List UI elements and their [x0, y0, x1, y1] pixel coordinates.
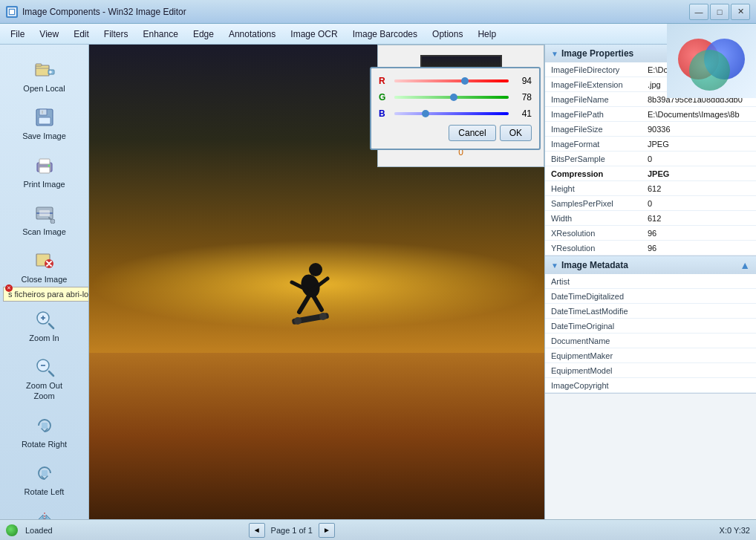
g-slider-thumb[interactable]: [450, 94, 457, 101]
svg-line-32: [314, 297, 322, 310]
scan-image-button[interactable]: Scan Image: [3, 197, 85, 241]
prop-name-imagefiledirectory: ImageFileDirectory: [551, 65, 648, 74]
r-slider-row: R 94: [379, 76, 532, 86]
status-indicator: [6, 524, 18, 536]
image-metadata-arrow: ▼: [551, 261, 558, 270]
menu-edit[interactable]: Edit: [66, 27, 97, 42]
title-bar: Image Components - Win32 Image Editor — …: [0, 0, 756, 24]
menu-help[interactable]: Help: [470, 27, 504, 42]
prop-equipmentmodel: EquipmentModel: [545, 363, 756, 378]
r-slider[interactable]: [394, 79, 509, 82]
metadata-scroll-up[interactable]: ▲: [740, 259, 750, 271]
save-image-button[interactable]: Save Image: [3, 101, 85, 146]
rotate-right-label: Rotate Right: [22, 439, 67, 449]
menu-imagebarcodes[interactable]: Image Barcodes: [345, 27, 425, 42]
flip-rotation-button[interactable]: Flip Rotation: [3, 504, 85, 519]
r-label: R: [379, 76, 390, 86]
prop-name-yresolution: YResolution: [551, 244, 648, 253]
ok-button[interactable]: OK: [500, 125, 532, 141]
zoom-out-icon: [33, 355, 56, 379]
g-slider[interactable]: [394, 96, 509, 99]
close-button[interactable]: ✕: [731, 4, 750, 20]
prop-name-documentname: DocumentName: [551, 336, 648, 345]
b-slider[interactable]: [394, 112, 509, 115]
tooltip-text: s ficheiros para abri-los: [8, 290, 89, 299]
prop-documentname: DocumentName: [545, 334, 756, 348]
prop-value-imagefilepath: E:\Documents\Images\8b: [648, 110, 750, 119]
prop-name-datetimedigitalized: DateTimeDigitalized: [551, 292, 648, 301]
menu-file[interactable]: File: [3, 27, 32, 42]
prop-name-equipmentmodel: EquipmentModel: [551, 366, 648, 375]
prop-name-datetimelastmodifie: DateTimeLastModifie: [551, 307, 648, 316]
prop-name-width: Width: [551, 214, 648, 223]
menu-edge[interactable]: Edge: [186, 27, 221, 42]
close-image-icon: [33, 249, 56, 273]
prev-page-button[interactable]: ◄: [249, 523, 265, 538]
zoom-out-button[interactable]: Zoom Out Zoom: [3, 351, 85, 406]
g-label: G: [379, 92, 390, 103]
menu-annotations[interactable]: Annotations: [221, 27, 283, 42]
menu-enhance[interactable]: Enhance: [136, 27, 186, 42]
b-value: 41: [513, 108, 532, 119]
prop-value-bitspersample: 0: [648, 154, 750, 163]
prop-value-yresolution: 96: [648, 244, 750, 253]
prop-imagefilepath: ImageFilePath E:\Documents\Images\8b: [545, 107, 756, 122]
prop-name-xresolution: XResolution: [551, 229, 648, 238]
zoom-in-button[interactable]: Zoom In: [3, 303, 85, 348]
svg-rect-15: [39, 210, 50, 216]
prop-datetimedigitalized: DateTimeDigitalized: [545, 289, 756, 304]
b-slider-thumb[interactable]: [422, 110, 429, 117]
prop-name-imagefilesize: ImageFileSize: [551, 125, 648, 134]
prop-name-compression: Compression: [551, 169, 648, 178]
prop-datetimeoriginal: DateTimeOriginal: [545, 319, 756, 334]
prop-value-imagefilesize: 90336: [648, 125, 750, 134]
prop-value-imageformat: JPEG: [648, 140, 750, 149]
prop-name-height: Height: [551, 184, 648, 193]
image-metadata-title: Image Metadata: [561, 260, 628, 270]
menu-view[interactable]: View: [32, 27, 66, 42]
water-reflection: [89, 353, 544, 519]
prop-width: Width 612: [545, 211, 756, 226]
open-local-button[interactable]: Open Local: [3, 53, 85, 98]
image-metadata-header[interactable]: ▼ Image Metadata ▲: [545, 256, 756, 274]
prop-equipmentmaker: EquipmentMaker: [545, 348, 756, 363]
svg-rect-1: [10, 10, 14, 14]
status-text: Loaded: [25, 526, 53, 535]
prop-name-imagefileextension: ImageFileExtension: [551, 80, 648, 89]
menu-options[interactable]: Options: [425, 27, 470, 42]
prop-name-imagefilepath: ImageFilePath: [551, 110, 648, 119]
svg-rect-6: [39, 109, 47, 115]
menu-filters[interactable]: Filters: [97, 27, 136, 42]
svg-rect-7: [39, 117, 50, 124]
app-icon: [6, 6, 18, 18]
cancel-button[interactable]: Cancel: [449, 125, 495, 141]
prop-bitspersample: BitsPerSample 0: [545, 152, 756, 166]
g-slider-row: G 78: [379, 92, 532, 103]
scan-image-icon: [33, 201, 56, 225]
print-image-button[interactable]: Print Image: [3, 149, 85, 194]
next-page-button[interactable]: ►: [319, 523, 335, 538]
image-properties-arrow: ▼: [551, 50, 558, 58]
rotate-right-button[interactable]: Rotate Right: [3, 409, 85, 454]
prop-samplesperpixel: SamplesPerPixel 0: [545, 196, 756, 211]
rotate-left-button[interactable]: Rotate Left: [3, 457, 85, 501]
minimize-button[interactable]: —: [689, 4, 708, 20]
r-slider-thumb[interactable]: [461, 77, 469, 85]
tooltip-close-icon: ✕: [5, 284, 13, 292]
g-value: 78: [513, 92, 532, 103]
open-local-icon: [33, 58, 56, 82]
prop-name-samplesperpixel: SamplesPerPixel: [551, 199, 648, 208]
maximize-button[interactable]: □: [710, 4, 729, 20]
menu-imageocr[interactable]: Image OCR: [283, 27, 345, 42]
logo-circle-green: [689, 50, 730, 91]
prop-name-imagefilename: ImageFileName: [551, 95, 648, 104]
svg-point-34: [294, 317, 302, 325]
b-slider-row: B 41: [379, 108, 532, 119]
canvas-area[interactable]: R 94 G 78 B: [89, 45, 544, 519]
svg-point-16: [50, 219, 55, 224]
skater-silhouette: [262, 249, 351, 353]
print-image-icon: [33, 154, 56, 178]
prop-imagecopyright: ImageCopyright: [545, 378, 756, 393]
window-controls: — □ ✕: [689, 4, 750, 20]
status-bar: Loaded ◄ Page 1 of 1 ► X:0 Y:32: [0, 519, 756, 540]
